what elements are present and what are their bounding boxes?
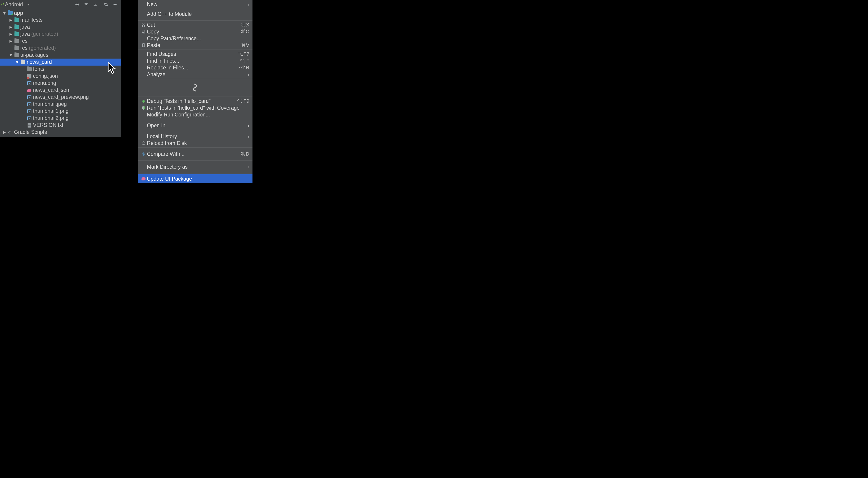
menu-item-local-history[interactable]: Local History ›	[138, 133, 252, 140]
menu-separator	[138, 79, 252, 79]
tree-label: news_card_preview.png	[33, 94, 89, 100]
tree-row-java[interactable]: ▸ java	[0, 24, 121, 31]
tree-label: ui-packages	[20, 52, 49, 58]
hide-panel-icon[interactable]	[112, 1, 118, 8]
module-icon	[8, 10, 13, 16]
tree-row-thumbnail-jpeg[interactable]: thumbnail.jpeg	[0, 100, 121, 108]
menu-item-analyze[interactable]: Analyze ›	[138, 71, 252, 78]
expand-all-icon[interactable]	[83, 1, 89, 8]
tree-label: java	[20, 31, 30, 37]
folder-icon	[14, 24, 20, 30]
select-opened-file-icon[interactable]	[74, 1, 80, 8]
gradle-icon	[8, 129, 13, 135]
chevron-down-icon[interactable]: ▾	[14, 59, 20, 65]
menu-item-compare[interactable]: Compare With... ⌘D	[138, 149, 252, 159]
tree-row-gradle-scripts[interactable]: ▸ Gradle Scripts	[0, 129, 121, 136]
json-file-icon	[27, 73, 32, 79]
folder-generated-icon	[14, 31, 20, 37]
tree-label: news_card.json	[33, 87, 69, 93]
menu-item-replace-in-files[interactable]: Replace in Files... ^⇧R	[138, 64, 252, 71]
menu-shortcut: ^⇧F	[240, 58, 249, 64]
menu-separator	[138, 50, 252, 50]
chevron-right-icon[interactable]: ▸	[8, 31, 14, 37]
folder-icon	[14, 53, 20, 58]
dropdown-caret-icon	[27, 4, 30, 5]
chevron-down-icon[interactable]: ▾	[1, 10, 8, 16]
tree-label: res	[20, 45, 28, 51]
menu-item-update-ui-package[interactable]: Update UI Package	[138, 174, 252, 183]
submenu-arrow-icon: ›	[248, 72, 249, 77]
menu-item-modify-run[interactable]: Modify Run Configuration...	[138, 111, 252, 118]
menu-label: Mark Directory as	[147, 164, 248, 170]
tree-row-ui-packages[interactable]: ▾ ui-packages	[0, 52, 121, 59]
menu-label: Local History	[147, 133, 248, 140]
folder-icon	[14, 38, 20, 44]
tree-row-config-json[interactable]: config.json	[0, 72, 121, 80]
coverage-icon	[140, 106, 147, 110]
chevron-right-icon[interactable]: ▸	[8, 17, 14, 23]
menu-item-paste[interactable]: Paste ⌘V	[138, 42, 252, 49]
menu-item-open-in[interactable]: Open In ›	[138, 120, 252, 131]
menu-item-find-usages[interactable]: Find Usages ⌥F7	[138, 51, 252, 57]
folder-generated-icon	[14, 46, 20, 51]
menu-label: Copy	[147, 29, 241, 35]
menu-label: Find in Files...	[147, 58, 240, 64]
image-file-icon	[27, 94, 32, 100]
menu-item-cut[interactable]: Cut ⌘X	[138, 22, 252, 28]
tree-label: config.json	[33, 73, 58, 79]
menu-item-find-in-files[interactable]: Find in Files... ^⇧F	[138, 57, 252, 64]
tree-label: menu.png	[33, 80, 56, 86]
menu-shortcut: ^⇧F9	[237, 98, 249, 104]
tree-row-java-generated[interactable]: ▸ java (generated)	[0, 31, 121, 37]
tree-row-res[interactable]: ▸ res	[0, 37, 121, 44]
panel-title: Android	[5, 1, 23, 7]
menu-separator	[138, 20, 252, 21]
image-file-icon	[27, 101, 32, 107]
tree-row-app[interactable]: ▾ app	[0, 9, 121, 17]
menu-item-run-coverage[interactable]: Run 'Tests in 'hello_card'' with Coverag…	[138, 104, 252, 111]
submenu-arrow-icon: ›	[248, 134, 249, 139]
chevron-right-icon[interactable]: ▸	[8, 38, 14, 44]
menu-item-copy-path[interactable]: Copy Path/Reference...	[138, 35, 252, 42]
tree-row-version[interactable]: VERSION.txt	[0, 122, 121, 129]
menu-item-add-cpp[interactable]: Add C++ to Module	[138, 8, 252, 20]
menu-item-mark-directory[interactable]: Mark Directory as ›	[138, 161, 252, 172]
chevron-right-icon[interactable]: ▸	[8, 24, 14, 30]
tree-row-manifests[interactable]: ▸ manifests	[0, 17, 121, 24]
tree-row-fonts[interactable]: fonts	[0, 66, 121, 72]
tree-label: java	[20, 24, 30, 30]
chevron-down-icon[interactable]: ▾	[8, 52, 14, 58]
project-tree[interactable]: ▾ app ▸ manifests ▸ java ▸ java (generat…	[0, 9, 121, 136]
settings-icon[interactable]	[103, 1, 109, 8]
tree-row-thumbnail1[interactable]: thumbnail1.png	[0, 108, 121, 115]
menu-item-new[interactable]: New ›	[138, 0, 252, 8]
menu-label: Paste	[147, 42, 241, 49]
svg-rect-13	[142, 30, 144, 32]
menu-item-reload[interactable]: Reload from Disk	[138, 140, 252, 147]
tree-label: manifests	[20, 17, 42, 23]
tree-row-res-generated[interactable]: res (generated)	[0, 44, 121, 52]
tree-row-thumbnail2[interactable]: thumbnail2.png	[0, 115, 121, 122]
tree-label: thumbnail.jpeg	[33, 101, 67, 107]
menu-label: Modify Run Configuration...	[147, 112, 249, 118]
paste-icon	[140, 43, 147, 48]
tree-row-news-card-preview[interactable]: news_card_preview.png	[0, 94, 121, 100]
tree-label: news_card	[27, 59, 52, 65]
folder-icon	[20, 59, 26, 65]
menu-label: Analyze	[147, 71, 248, 78]
chevron-right-icon[interactable]: ▸	[1, 129, 8, 135]
menu-separator	[138, 132, 252, 132]
collapse-all-icon[interactable]	[92, 1, 98, 8]
tree-row-news-card-json[interactable]: news_card.json	[0, 87, 121, 94]
menu-shortcut: ⌘V	[241, 42, 249, 48]
menu-item-copy[interactable]: Copy ⌘C	[138, 28, 252, 35]
image-file-icon	[27, 116, 32, 121]
view-selector[interactable]: Android	[3, 1, 38, 7]
tree-row-news-card[interactable]: ▾ news_card	[0, 59, 121, 66]
text-file-icon	[27, 123, 32, 128]
tree-row-menu-png[interactable]: menu.png	[0, 80, 121, 87]
menu-label: Debug 'Tests in 'hello_card''	[147, 98, 237, 104]
menu-label: Find Usages	[147, 51, 238, 57]
menu-item-debug-tests[interactable]: Debug 'Tests in 'hello_card'' ^⇧F9	[138, 98, 252, 104]
debug-icon	[140, 99, 147, 103]
